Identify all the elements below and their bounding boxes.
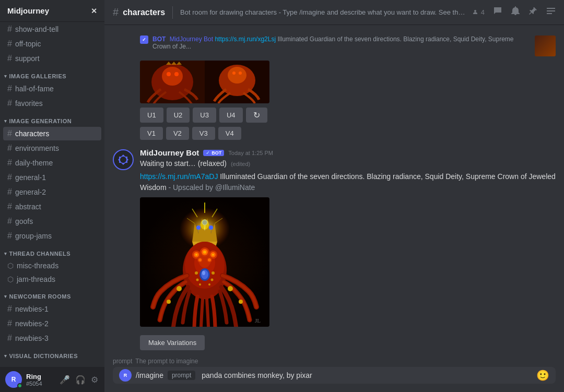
svg-point-17 [209,225,213,230]
header-divider [172,6,173,19]
variation-v3-button[interactable]: V3 [192,127,215,140]
section-newcomer-rooms: ▾ NEWCOMER ROOMS [0,286,104,302]
hash-icon: # [7,187,12,197]
mute-button[interactable]: 🎤 [58,374,71,386]
slash-command-label: /imagine [136,371,163,379]
hash-icon: # [7,39,12,49]
channel-label: group-jams [15,232,52,240]
variation-buttons-row: V1 V2 V3 V4 [140,127,556,140]
image-link[interactable]: https://s.mj.run/mA7aDJ [140,172,218,181]
bot-avatar-1 [113,149,134,170]
svg-point-2 [162,67,183,86]
svg-point-38 [198,258,202,262]
svg-point-51 [167,300,171,304]
svg-point-53 [239,300,243,304]
hash-icon: # [7,54,12,63]
sidebar-item-general-1[interactable]: # general-1 [3,171,101,184]
section-toggle[interactable]: ▾ [4,294,7,299]
upscale-u1-button[interactable]: U1 [140,108,163,123]
hash-icon: # [7,217,12,226]
image-grid-art [140,61,269,103]
section-image-galleries: ▾ IMAGE GALLERIES [0,66,104,81]
sidebar-item-general-2[interactable]: # general-2 [3,185,101,199]
sidebar-item-goofs[interactable]: # goofs [3,215,101,228]
members-list-button[interactable] [546,6,556,18]
notification-button[interactable] [511,6,520,18]
section-toggle[interactable]: ▾ [4,251,7,256]
embed-reference-1: ✓ BOT MidJourney Bot https://s.mj.run/xg… [140,35,556,56]
threads-button[interactable] [493,6,502,18]
variation-v1-button[interactable]: V1 [140,127,163,140]
section-toggle[interactable]: ▾ [4,118,7,124]
embed-thumbnail-1 [535,35,556,56]
sidebar-item-environments[interactable]: # environments [3,141,101,155]
user-discriminator: #5054 [26,381,54,387]
hash-icon: # [7,129,12,138]
make-variations-button[interactable]: Make Variations [140,335,205,350]
sidebar-item-misc-threads[interactable]: ⬡ misc-threads [3,259,101,272]
server-dropdown-icon[interactable]: ✕ [91,7,97,15]
hash-icon: # [7,99,12,108]
channel-header: # characters Bot room for drawing charac… [104,0,564,25]
channel-label: environments [15,144,59,152]
sidebar-item-support[interactable]: # support [3,52,101,65]
svg-point-3 [167,72,171,76]
refresh-button[interactable]: ↻ [246,108,267,123]
variation-v2-button[interactable]: V2 [166,127,189,140]
avatar: R [5,371,22,388]
thread-icon: ⬡ [7,262,14,270]
verified-check: ✓ [206,150,210,156]
upscale-buttons-row: U1 U2 U3 U4 ↻ [140,108,556,123]
svg-point-50 [177,286,182,291]
sidebar-item-characters[interactable]: # characters [3,127,101,140]
svg-point-10 [239,72,242,75]
message-group-2: MidJourney Bot ✓ BOT Today at 1:25 PM Wa… [104,142,564,352]
channel-hash-icon: # [113,6,119,18]
upscale-u4-button[interactable]: U4 [219,108,243,123]
sidebar-item-abstract[interactable]: # abstract [3,200,101,213]
embed-url-1[interactable]: https://s.mj.run/xg2Lsj [215,35,276,43]
hash-icon: # [7,334,12,343]
bot-badge-2: ✓ BOT [203,150,224,156]
sidebar-item-show-and-tell[interactable]: # show-and-tell [3,22,101,36]
settings-button[interactable]: ⚙ [90,374,99,386]
upscale-u3-button[interactable]: U3 [193,108,216,123]
message-input[interactable] [202,371,532,379]
channel-label: support [15,54,40,63]
sidebar-item-hall-of-fame[interactable]: # hall-of-fame [3,82,101,96]
input-user-avatar: R [119,369,132,382]
sidebar-item-jam-threads[interactable]: ⬡ jam-threads [3,273,101,286]
svg-point-45 [212,271,215,275]
hash-icon: # [7,84,12,93]
deafen-button[interactable]: 🎧 [74,374,87,386]
username: Ring [26,373,54,381]
section-toggle[interactable]: ▾ [4,74,7,79]
sidebar-item-favorites[interactable]: # favorites [3,97,101,110]
hash-icon: # [7,319,12,328]
messages-area[interactable]: ✓ BOT MidJourney Bot https://s.mj.run/xg… [104,25,564,352]
sidebar-item-newbies-3[interactable]: # newbies-3 [3,331,101,345]
pin-button[interactable] [528,6,538,18]
channel-label: jam-threads [17,275,55,283]
user-actions: 🎤 🎧 ⚙ [58,374,99,386]
svg-point-47 [211,279,214,281]
sidebar-item-newbies-2[interactable]: # newbies-2 [3,317,101,330]
sidebar-item-group-jams[interactable]: # group-jams [3,229,101,243]
emoji-button[interactable]: 🙂 [536,369,549,382]
status-dot [17,383,22,388]
section-toggle[interactable]: ▾ [4,353,7,359]
variation-v4-button[interactable]: V4 [218,127,241,140]
sidebar-item-off-topic[interactable]: # off-topic [3,37,101,51]
user-bar: R Ring #5054 🎤 🎧 ⚙ [0,367,104,392]
svg-point-44 [195,271,198,275]
channel-label: goofs [15,217,33,225]
upscale-u2-button[interactable]: U2 [167,108,190,123]
svg-point-15 [196,225,201,230]
sidebar-item-newbies-1[interactable]: # newbies-1 [3,302,101,316]
server-header[interactable]: Midjourney ✕ [0,0,104,22]
hash-icon: # [7,231,12,241]
creature-image: JL [140,197,269,327]
members-icon [471,8,479,17]
channel-label: misc-threads [17,262,58,270]
sidebar-item-daily-theme[interactable]: # daily-theme [3,156,101,170]
